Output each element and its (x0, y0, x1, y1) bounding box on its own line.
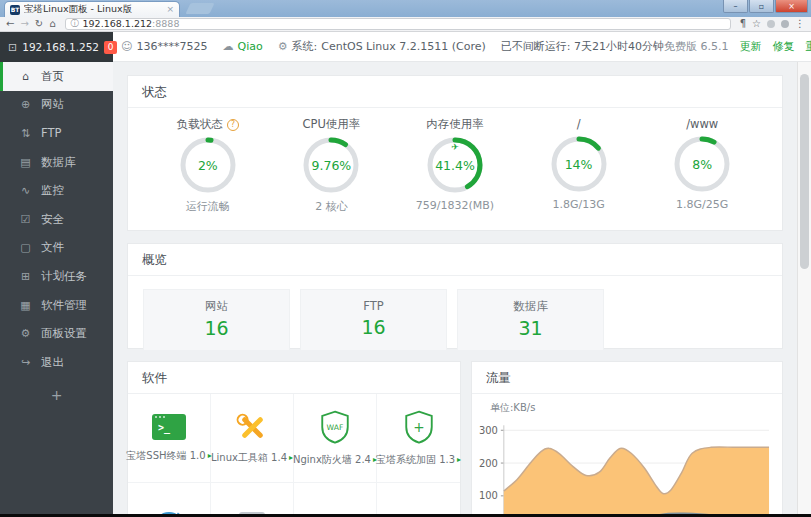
bookmark-star-icon[interactable]: ☆ (752, 19, 761, 29)
sidebar-item-website[interactable]: ⊕网站 (0, 91, 113, 120)
extension-icon[interactable] (781, 20, 789, 28)
repair-link[interactable]: 修复 (772, 39, 794, 54)
sidebar-item-files[interactable]: ▢文件 (0, 234, 113, 263)
software-item-ssh-terminal[interactable]: >_ 宝塔SSH终端 1.0▸ (128, 394, 211, 483)
browser-menu-icon[interactable]: ⋮ (795, 19, 805, 29)
user-icon: ☺ (121, 41, 132, 52)
back-icon[interactable]: ← (6, 19, 14, 29)
status-card: 状态 负载状态? 2% 运行流畅 CPU使用率 9.76% 2 核心 内存使用率 (127, 75, 783, 231)
restart-link[interactable]: 重启 (805, 39, 811, 54)
sidebar-item-settings[interactable]: ⚙面板设置 (0, 319, 113, 348)
screen: BT 宝塔Linux面板 - Linux版 × – ▫ × ← → ↻ ⌂ ⓘ … (0, 0, 811, 517)
sidebar-item-monitor[interactable]: ∿监控 (0, 176, 113, 205)
gauge-disk-root-value: 14% (550, 135, 608, 193)
overview-card: 概览 网站 16 FTP 16 数据库 31 (127, 243, 783, 349)
tab-close-icon[interactable]: × (166, 5, 174, 14)
logout-icon: ↪ (19, 357, 32, 368)
new-tab-button[interactable] (185, 3, 214, 14)
sidebar-item-home[interactable]: ⌂首页 (0, 62, 113, 91)
cloud-name: Qiao (237, 40, 262, 53)
overview-box-ftp[interactable]: FTP 16 (300, 289, 447, 351)
browser-titlebar: BT 宝塔Linux面板 - Linux版 × – ▫ × (0, 0, 811, 17)
server-ip-block[interactable]: ⊡ 192.168.1.252 0 (0, 32, 113, 62)
gauge-memory-value: 41.4% (426, 136, 484, 194)
more-arrow-icon: ▸ (457, 456, 461, 464)
schedule-icon: ⊞ (19, 271, 32, 282)
forward-icon[interactable]: → (20, 19, 28, 29)
sidebar: ⌂首页 ⊕网站 ⇅FTP ▤数据库 ∿监控 ☑安全 ▢文件 ⊞计划任务 ▦软件管… (0, 62, 113, 517)
gauge-load: 负载状态? 2% 运行流畅 (149, 117, 267, 214)
sidebar-item-ftp[interactable]: ⇅FTP (0, 119, 113, 148)
key-icon[interactable]: ¶ (740, 19, 746, 29)
gauge-cpu: CPU使用率 9.76% 2 核心 (272, 117, 390, 214)
account-number: 136****7525 (136, 40, 207, 53)
gauge-load-value: 2% (179, 136, 237, 194)
sidebar-item-security[interactable]: ☑安全 (0, 205, 113, 234)
globe-icon: ⊕ (19, 99, 32, 110)
traffic-chart: 300200100 (478, 418, 776, 517)
sidebar-item-logout[interactable]: ↪退出 (0, 348, 113, 377)
gauge-disk-www-value: 8% (673, 135, 731, 193)
sidebar-add-button[interactable]: + (0, 382, 113, 408)
svg-text:+: + (413, 419, 424, 435)
url-text: 192.168.1.212:8888 (83, 19, 180, 29)
traffic-card-title: 流量 (472, 362, 782, 394)
software-item-linux-toolbox[interactable]: Linux工具箱 1.4▸ (211, 394, 294, 483)
gauge-cpu-value: 9.76% (302, 136, 360, 194)
svg-text:200: 200 (479, 458, 498, 469)
bt-favicon: BT (10, 5, 20, 15)
software-item-nginx-waf[interactable]: WAF Nginx防火墙 2.4▸ (294, 394, 377, 483)
gauges-row: 负载状态? 2% 运行流畅 CPU使用率 9.76% 2 核心 内存使用率 ✈ … (128, 108, 782, 214)
software-item-5[interactable] (128, 483, 211, 517)
close-button[interactable]: × (775, 0, 808, 13)
svg-text:100: 100 (479, 490, 498, 501)
traffic-card: 流量 单位:KB/s 300200100 (471, 361, 783, 517)
overview-card-title: 概览 (128, 244, 782, 276)
version-text: 免费版 6.5.1 (664, 39, 729, 54)
monitor-chart-icon: ∿ (19, 185, 32, 196)
software-item-6[interactable] (211, 483, 294, 517)
server-ip: 192.168.1.252 (22, 41, 99, 53)
overview-box-websites[interactable]: 网站 16 (143, 289, 290, 351)
terminal-icon: >_ (152, 414, 186, 440)
cloud-group[interactable]: ☁ Qiao (222, 40, 262, 53)
monitor-icon: ⊡ (8, 42, 17, 53)
update-link[interactable]: 更新 (739, 39, 761, 54)
cloud-icon: ☁ (222, 41, 233, 52)
browser-tab[interactable]: BT 宝塔Linux面板 - Linux版 × (4, 1, 180, 17)
overview-box-databases[interactable]: 数据库 31 (457, 289, 604, 351)
svg-text:WAF: WAF (327, 423, 344, 432)
gear-icon: ⚙ (278, 41, 288, 52)
reload-icon[interactable]: ↻ (35, 19, 43, 29)
scrollbar[interactable]: ▴ (797, 32, 811, 517)
shield-check-icon: ☑ (19, 214, 32, 225)
minimize-button[interactable]: – (723, 0, 748, 13)
info-icon[interactable]: ⓘ (71, 20, 79, 28)
system-label: 系统: (292, 39, 318, 54)
software-item-system-hardening[interactable]: + 宝塔系统加固 1.3▸ (377, 394, 460, 483)
address-bar[interactable]: ⓘ 192.168.1.212:8888 (65, 18, 731, 30)
sidebar-item-database[interactable]: ▤数据库 (0, 148, 113, 177)
browser-home-icon[interactable]: ⌂ (49, 19, 55, 29)
panel-header-right: ☺ 136****7525 ☁ Qiao ⚙ 系统: CentOS Linux … (113, 32, 811, 61)
sidebar-item-cron[interactable]: ⊞计划任务 (0, 262, 113, 291)
database-icon: ▤ (19, 157, 32, 168)
status-card-title: 状态 (128, 76, 782, 108)
extension-icon[interactable] (767, 20, 775, 28)
maximize-button[interactable]: ▫ (749, 0, 774, 13)
software-card: 软件 >_ 宝塔SSH终端 1.0▸ Linux工具箱 1.4▸ WAF Ngi… (127, 361, 461, 517)
software-card-title: 软件 (128, 362, 460, 394)
uptime-text: 已不间断运行: 7天21小时40分钟 (501, 39, 664, 54)
sidebar-item-software[interactable]: ▦软件管理 (0, 291, 113, 320)
scrollbar-thumb[interactable] (800, 74, 809, 269)
account-group[interactable]: ☺ 136****7525 (121, 40, 207, 53)
gauge-disk-www: /www 8% 1.8G/25G (643, 117, 761, 214)
gauge-disk-root: / 14% 1.8G/13G (520, 117, 638, 214)
folder-icon: ▢ (19, 242, 32, 253)
help-icon[interactable]: ? (227, 119, 239, 131)
waf-shield-icon: WAF (319, 410, 351, 444)
main-content: 状态 负载状态? 2% 运行流畅 CPU使用率 9.76% 2 核心 内存使用率 (113, 62, 797, 517)
settings-gear-icon: ⚙ (19, 328, 32, 339)
tab-title: 宝塔Linux面板 - Linux版 (24, 3, 162, 16)
system-group: ⚙ 系统: CentOS Linux 7.2.1511 (Core) (278, 39, 486, 54)
